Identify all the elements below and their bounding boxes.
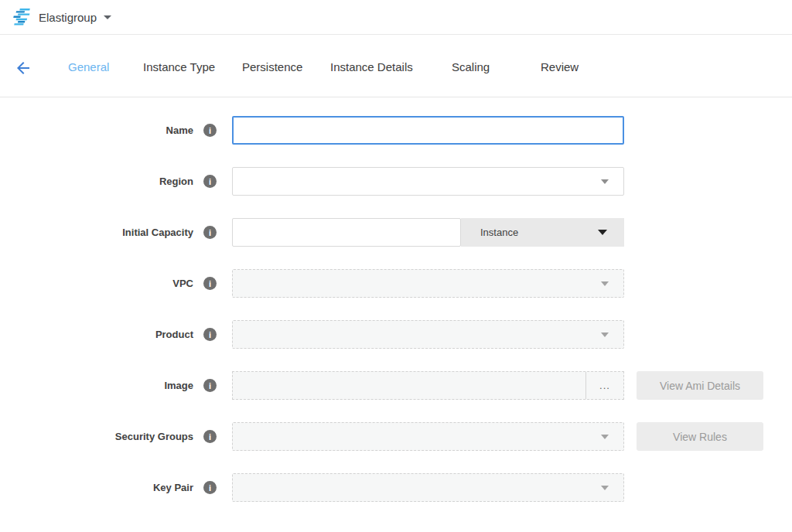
form-row-product: Product i — [0, 320, 792, 349]
security-groups-select — [232, 422, 624, 451]
image-browse-button[interactable]: ... — [585, 372, 623, 399]
tab-general[interactable]: General — [68, 60, 109, 73]
form-row-name: Name i — [0, 116, 792, 145]
chevron-down-icon — [598, 230, 607, 235]
product-label: Product — [0, 329, 193, 340]
key-pair-label: Key Pair — [0, 482, 193, 493]
form-row-vpc: VPC i — [0, 269, 792, 298]
general-settings-form: Name i Region i Initial Capacity i Insta… — [0, 97, 792, 502]
vpc-select — [232, 269, 624, 298]
capacity-unit-value: Instance — [480, 227, 518, 238]
product-select — [232, 320, 624, 349]
view-ami-details-button[interactable]: View Ami Details — [637, 371, 763, 400]
tab-persistence[interactable]: Persistence — [242, 60, 302, 73]
app-switcher-chevron-down-icon[interactable] — [104, 15, 111, 19]
wizard-tabbar: General Instance Type Persistence Instan… — [0, 35, 792, 97]
app-title: Elastigroup — [39, 11, 97, 24]
name-label: Name — [0, 124, 193, 136]
form-row-initial-capacity: Initial Capacity i Instance — [0, 218, 792, 247]
initial-capacity-label: Initial Capacity — [0, 227, 193, 238]
chevron-down-icon — [601, 179, 609, 184]
tab-scaling[interactable]: Scaling — [452, 60, 490, 73]
image-picker-field: ... — [232, 371, 624, 400]
tab-instance-type[interactable]: Instance Type — [143, 60, 215, 73]
form-row-security-groups: Security Groups i View Rules — [0, 422, 792, 451]
tab-instance-details[interactable]: Instance Details — [330, 60, 413, 73]
image-value — [233, 372, 585, 399]
form-row-region: Region i — [0, 167, 792, 196]
product-info-icon[interactable]: i — [203, 328, 217, 341]
topbar: Elastigroup — [0, 0, 792, 35]
initial-capacity-input[interactable] — [232, 218, 461, 247]
form-row-key-pair: Key Pair i — [0, 473, 792, 502]
key-pair-info-icon[interactable]: i — [203, 481, 217, 494]
region-select[interactable] — [232, 167, 624, 196]
capacity-unit-select[interactable]: Instance — [461, 218, 624, 247]
view-rules-button[interactable]: View Rules — [637, 422, 763, 451]
image-info-icon[interactable]: i — [203, 379, 217, 392]
region-label: Region — [0, 176, 193, 187]
back-arrow-icon[interactable] — [14, 59, 32, 77]
vpc-label: VPC — [0, 278, 193, 289]
chevron-down-icon — [601, 332, 609, 337]
security-groups-info-icon[interactable]: i — [203, 430, 217, 443]
vpc-info-icon[interactable]: i — [203, 277, 217, 290]
name-input[interactable] — [232, 116, 624, 145]
form-row-image: Image i ... View Ami Details — [0, 371, 792, 400]
name-info-icon[interactable]: i — [203, 124, 217, 137]
tab-review[interactable]: Review — [541, 60, 579, 73]
chevron-down-icon — [601, 281, 609, 286]
image-label: Image — [0, 380, 193, 391]
region-info-icon[interactable]: i — [203, 175, 217, 188]
security-groups-label: Security Groups — [0, 431, 193, 442]
chevron-down-icon — [601, 486, 609, 490]
key-pair-select — [232, 473, 624, 502]
chevron-down-icon — [601, 435, 609, 439]
elastigroup-logo-icon — [11, 8, 31, 26]
initial-capacity-info-icon[interactable]: i — [203, 226, 217, 239]
